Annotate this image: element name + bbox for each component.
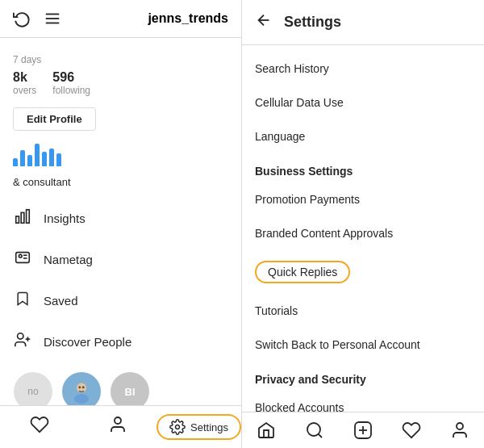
svg-rect-6 xyxy=(16,253,30,263)
svg-point-27 xyxy=(457,423,463,429)
menu-items: Insights Nametag xyxy=(0,198,241,362)
story-avatar-2 xyxy=(62,372,101,405)
menu-item-insights[interactable]: Insights xyxy=(0,198,241,239)
discover-label: Discover People xyxy=(44,335,131,349)
svg-point-20 xyxy=(176,425,180,429)
username: jenns_trends xyxy=(148,11,228,26)
svg-point-19 xyxy=(115,417,121,424)
heart-icon xyxy=(30,415,49,439)
settings-icon xyxy=(169,419,186,435)
svg-rect-4 xyxy=(21,212,24,223)
right-nav-heart[interactable] xyxy=(387,421,436,440)
bar-4 xyxy=(35,144,40,166)
edit-profile-button[interactable]: Edit Profile xyxy=(13,107,96,131)
right-panel: Settings Search History Cellular Data Us… xyxy=(242,0,484,448)
right-bottom-nav xyxy=(242,412,484,448)
following-count: 596 xyxy=(52,70,90,85)
svg-point-13 xyxy=(77,383,86,393)
svg-rect-3 xyxy=(16,216,19,223)
profile-icon xyxy=(108,415,127,439)
settings-nav-label: Settings xyxy=(190,421,228,433)
right-top-bar: Settings xyxy=(242,0,484,45)
svg-rect-5 xyxy=(27,210,30,224)
back-button[interactable] xyxy=(255,11,273,33)
business-settings-section: Business Settings xyxy=(242,153,484,182)
menu-item-saved[interactable]: Saved xyxy=(0,280,241,321)
saved-label: Saved xyxy=(44,294,78,308)
settings-promotion[interactable]: Promotion Payments xyxy=(242,182,484,216)
bar-2 xyxy=(20,150,25,166)
nametag-icon xyxy=(13,249,32,270)
settings-nav-highlighted: Settings xyxy=(156,414,241,440)
profile-stats: 7 days 8k overs 596 following Edit Profi… xyxy=(0,48,241,140)
nametag-label: Nametag xyxy=(44,253,93,266)
history-icon[interactable] xyxy=(13,10,31,27)
svg-point-22 xyxy=(307,423,320,436)
svg-point-15 xyxy=(78,386,81,388)
stories-row: no no... IG News xyxy=(0,362,241,405)
settings-list: Search History Cellular Data Use Languag… xyxy=(242,45,484,412)
story-avatar-3: Bl xyxy=(111,372,149,405)
right-nav-add[interactable] xyxy=(339,421,387,440)
story-item-1[interactable]: no no... xyxy=(13,372,53,405)
insights-icon xyxy=(13,207,32,229)
followers-stat: 8k overs xyxy=(13,70,36,96)
bar-1 xyxy=(13,158,18,166)
settings-blocked[interactable]: Blocked Accounts xyxy=(242,391,484,412)
bar-7 xyxy=(56,153,61,166)
svg-point-14 xyxy=(74,394,89,404)
bar-chart xyxy=(0,140,241,173)
story-item-2[interactable]: IG News xyxy=(61,372,102,405)
svg-point-16 xyxy=(82,386,85,388)
settings-switch-account[interactable]: Switch Back to Personal Account xyxy=(242,328,484,362)
menu-icon[interactable] xyxy=(44,10,61,27)
svg-point-7 xyxy=(19,254,22,257)
right-nav-home[interactable] xyxy=(242,421,290,440)
right-nav-search[interactable] xyxy=(290,421,339,440)
insights-label: Insights xyxy=(44,211,86,225)
right-nav-profile[interactable] xyxy=(436,421,484,440)
following-stat: 596 following xyxy=(52,70,90,96)
nav-profile[interactable] xyxy=(78,415,156,439)
story-item-3[interactable]: Bl Bl xyxy=(110,372,150,405)
settings-title: Settings xyxy=(284,14,341,31)
left-top-icons xyxy=(13,10,61,27)
settings-cellular[interactable]: Cellular Data Use xyxy=(242,86,484,119)
svg-point-10 xyxy=(18,333,23,339)
stats-row: 8k overs 596 following xyxy=(13,70,228,96)
followers-label: overs xyxy=(13,85,36,96)
bar-6 xyxy=(49,149,54,166)
menu-item-nametag[interactable]: Nametag xyxy=(0,239,241,280)
settings-search-history[interactable]: Search History xyxy=(242,52,484,86)
nav-settings[interactable]: Settings xyxy=(156,414,241,440)
left-panel: jenns_trends 7 days 8k overs 596 followi… xyxy=(0,0,242,448)
settings-tutorials[interactable]: Tutorials xyxy=(242,294,484,328)
privacy-security-section: Privacy and Security xyxy=(242,362,484,391)
settings-quick-replies[interactable]: Quick Replies xyxy=(242,250,484,294)
menu-item-discover[interactable]: Discover People xyxy=(0,321,241,362)
left-content: 7 days 8k overs 596 following Edit Profi… xyxy=(0,38,241,405)
left-bottom-nav: Settings xyxy=(0,405,241,448)
settings-branded[interactable]: Branded Content Approvals xyxy=(242,216,484,250)
story-avatar-1: no xyxy=(14,372,52,405)
saved-icon xyxy=(13,290,32,312)
svg-line-23 xyxy=(319,434,322,438)
discover-icon xyxy=(13,331,32,353)
followers-count: 8k xyxy=(13,70,36,85)
bar-5 xyxy=(42,152,47,166)
left-top-bar: jenns_trends xyxy=(0,0,241,38)
nav-heart[interactable] xyxy=(0,415,78,439)
bio-text: & consultant xyxy=(0,173,241,198)
days-label: 7 days xyxy=(13,54,228,65)
bar-3 xyxy=(27,155,32,166)
following-label: following xyxy=(52,85,90,96)
settings-language[interactable]: Language xyxy=(242,119,484,153)
